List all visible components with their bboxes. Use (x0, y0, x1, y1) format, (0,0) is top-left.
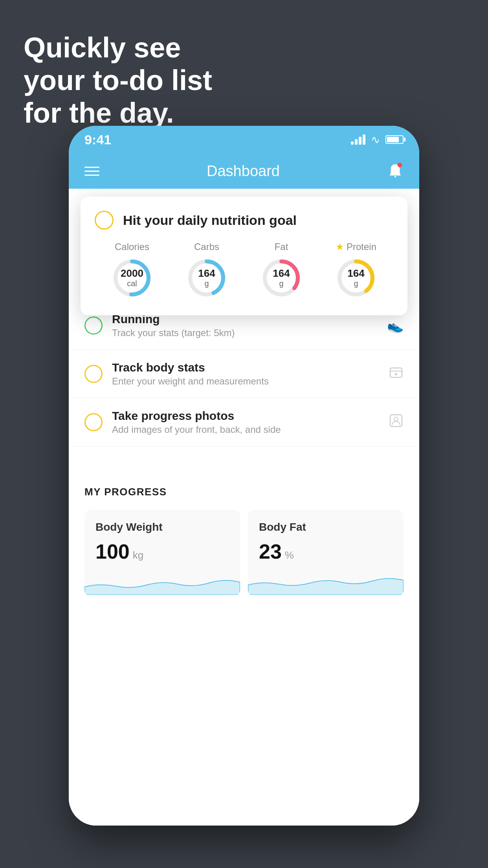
todo-list: Running Track your stats (target: 5km) 👟… (69, 302, 419, 447)
progress-photos-subtitle: Add images of your front, back, and side (112, 424, 379, 435)
phone-content: THINGS TO DO TODAY Hit your daily nutrit… (69, 189, 419, 826)
person-icon (389, 413, 404, 431)
body-stats-checkbox[interactable] (84, 365, 103, 383)
running-subtitle: Track your stats (target: 5km) (112, 327, 378, 338)
nav-title: Dashboard (207, 163, 280, 180)
progress-card-fat: Body Fat 23 % (248, 510, 404, 596)
body-fat-unit: % (285, 549, 294, 561)
star-icon: ★ (336, 241, 344, 252)
nutrition-label-carbs: Carbs (194, 241, 219, 252)
svg-rect-9 (390, 368, 402, 377)
nutrition-item-carbs: Carbs 164 g (185, 241, 228, 300)
body-weight-unit: kg (133, 549, 143, 561)
list-item-progress-photos[interactable]: Take progress photos Add images of your … (69, 398, 419, 447)
progress-card-weight: Body Weight 100 kg (84, 510, 240, 596)
bell-icon[interactable] (387, 163, 404, 179)
signal-icon (351, 134, 365, 145)
card-title: Hit your daily nutrition goal (123, 213, 297, 228)
nutrition-checkbox[interactable] (95, 211, 114, 230)
svg-point-11 (395, 373, 397, 375)
svg-point-13 (394, 417, 398, 421)
body-stats-subtitle: Enter your weight and measurements (112, 376, 379, 387)
body-fat-value-row: 23 % (259, 540, 393, 563)
body-weight-number: 100 (95, 540, 130, 563)
progress-cards-row: Body Weight 100 kg Body Fat 23 (84, 510, 404, 596)
body-fat-number: 23 (259, 540, 282, 563)
wifi-icon: ∿ (371, 133, 380, 146)
progress-section-label: MY PROGRESS (84, 486, 404, 498)
donut-protein: 164 g (334, 256, 378, 300)
body-fat-title: Body Fat (259, 521, 393, 533)
nutrition-label-fat: Fat (275, 241, 288, 252)
body-stats-text: Track body stats Enter your weight and m… (112, 361, 379, 387)
progress-photos-text: Take progress photos Add images of your … (112, 409, 379, 435)
progress-photos-title: Take progress photos (112, 409, 379, 423)
body-weight-wave (84, 571, 240, 595)
svg-point-0 (398, 163, 402, 167)
body-stats-title: Track body stats (112, 361, 379, 374)
status-bar: 9:41 ∿ (69, 126, 419, 153)
running-text: Running Track your stats (target: 5km) (112, 313, 378, 338)
nutrition-item-protein: ★ Protein 164 g (334, 241, 378, 300)
nutrition-item-fat: Fat 164 g (260, 241, 303, 300)
body-weight-value-row: 100 kg (95, 540, 229, 563)
nav-bar: Dashboard (69, 153, 419, 189)
nutrition-item-calories: Calories 2000 cal (110, 241, 154, 300)
body-weight-title: Body Weight (95, 521, 229, 533)
nutrition-card: Hit your daily nutrition goal Calories 2… (81, 197, 407, 315)
progress-photos-checkbox[interactable] (84, 413, 103, 431)
status-icons: ∿ (351, 133, 404, 146)
running-checkbox[interactable] (84, 316, 103, 335)
hamburger-menu[interactable] (84, 167, 99, 176)
nutrition-label-calories: Calories (115, 241, 149, 252)
progress-section: MY PROGRESS Body Weight 100 kg (69, 470, 419, 612)
body-fat-wave (248, 571, 404, 595)
scale-icon (389, 365, 404, 383)
donut-fat: 164 g (260, 256, 303, 300)
shoe-icon: 👟 (387, 318, 404, 333)
donut-calories: 2000 cal (110, 256, 154, 300)
hero-text: Quickly see your to-do list for the day. (24, 31, 212, 129)
phone-shell: 9:41 ∿ Dashboard (69, 126, 419, 826)
battery-icon (385, 135, 404, 144)
card-header: Hit your daily nutrition goal (95, 211, 393, 230)
nutrition-row: Calories 2000 cal Carbs (95, 241, 393, 300)
list-item-body-stats[interactable]: Track body stats Enter your weight and m… (69, 350, 419, 398)
nutrition-label-protein: ★ Protein (336, 241, 376, 252)
status-time: 9:41 (84, 132, 111, 147)
donut-carbs: 164 g (185, 256, 228, 300)
